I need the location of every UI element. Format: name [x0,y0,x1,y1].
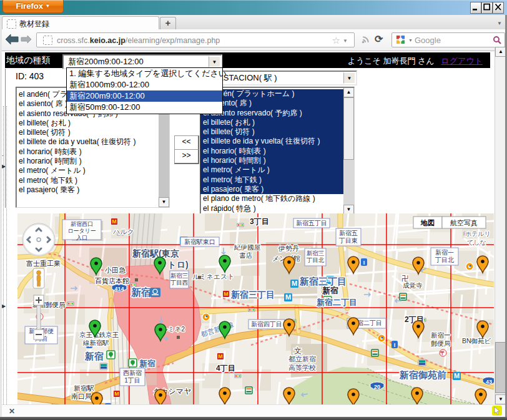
svg-text:成覚寺: 成覚寺 [403,281,423,289]
svg-text:ホテルリ: ホテルリ [465,230,491,237]
svg-text:3丁目: 3丁目 [250,217,269,226]
svg-text:新宿: 新宿 [84,351,104,361]
svg-text:郵便局: 郵便局 [431,339,451,347]
svg-text:新宿三: 新宿三 [170,272,189,279]
svg-text:新宿三丁目: 新宿三丁目 [299,276,347,286]
svg-text:1丁目: 1丁目 [124,377,140,384]
svg-text:文: 文 [294,346,302,355]
svg-text:線新宿駅: 線新宿駅 [82,339,109,346]
svg-text:M: M [285,293,291,301]
svg-text:丁目北: 丁目北 [307,256,325,263]
svg-text:M: M [114,391,119,397]
svg-text:ハルク: ハルク [112,228,134,235]
svg-text:新宿二丁目: 新宿二丁目 [316,298,357,307]
svg-text:百貨店本館: 百貨店本館 [95,277,129,285]
svg-text:M: M [292,280,297,287]
svg-text:富士重工業: 富士重工業 [26,260,61,267]
svg-text:京王電鉄京王: 京王電鉄京王 [79,331,119,338]
svg-text:丁目東: 丁目東 [338,237,358,244]
svg-text:新宿三丁目: 新宿三丁目 [230,290,275,300]
svg-text:都立新宿: 都立新宿 [288,355,316,363]
svg-text:4丁目: 4丁目 [216,364,235,373]
svg-text:414: 414 [114,286,124,292]
svg-text:ロータリー: ロータリー [67,228,96,234]
svg-text:新宿四丁目: 新宿四丁目 [251,321,282,328]
svg-text:書店: 書店 [239,252,253,259]
svg-text:新宿一: 新宿一 [431,331,451,339]
svg-text:新宿駅(東京: 新宿駅(東京 [132,248,179,258]
svg-text:BN御苑ビ: BN御苑ビ [462,337,491,344]
svg-text:新宿御苑前: 新宿御苑前 [399,369,446,380]
svg-text:地図: 地図 [420,219,435,227]
svg-text:丁目北: 丁目北 [435,256,455,263]
svg-text:新宿駅: 新宿駅 [74,384,94,392]
svg-text:高等学校: 高等学校 [288,364,316,371]
svg-text:M: M [224,291,229,297]
svg-text:新宿一: 新宿一 [435,249,454,256]
svg-text:43: 43 [486,379,492,385]
svg-text:新宿: 新宿 [130,286,151,298]
svg-text:西新宿: 西新宿 [123,369,142,376]
svg-text:航空写真: 航空写真 [450,219,478,227]
svg-text:新宿: 新宿 [322,286,338,295]
svg-text:新宿西口: 新宿西口 [71,221,93,227]
svg-text:丁目西: 丁目西 [170,279,189,286]
svg-text:I: I [363,260,365,266]
svg-text:20: 20 [374,384,380,390]
svg-text:〒: 〒 [440,350,446,356]
svg-text:小田急: 小田急 [104,266,126,274]
svg-text:新宿五丁目: 新宿五丁目 [296,220,327,227]
svg-text:新宿駅東口: 新宿駅東口 [184,238,215,245]
svg-text:入口: 入口 [76,235,87,241]
svg-text:M: M [218,353,223,359]
svg-text:新宿三: 新宿三 [307,250,325,256]
svg-text:新宿五: 新宿五 [339,230,358,237]
svg-text:伊勢丹: 伊勢丹 [278,245,299,252]
svg-text:南口局: 南口局 [71,393,92,400]
svg-text:M: M [454,372,460,379]
svg-text:I: I [394,342,396,348]
svg-text:新宿: 新宿 [139,359,155,368]
svg-text:てしな: てしな [467,239,486,246]
svg-text:紀伊國屋: 紀伊國屋 [234,243,261,251]
svg-text:M: M [112,218,117,225]
